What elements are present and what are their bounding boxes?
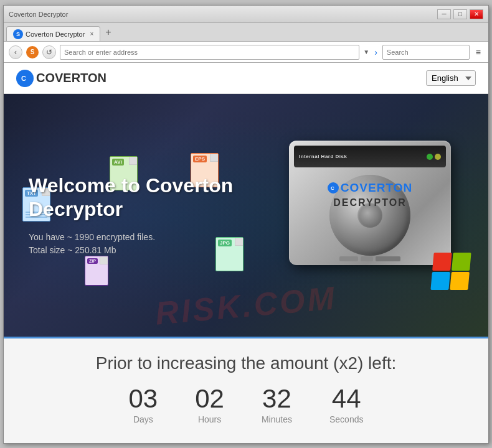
days-label: Days (133, 414, 153, 424)
back-button[interactable]: ‹ (9, 45, 22, 59)
address-bar: ‹ S ↺ ▼ › ≡ (4, 42, 488, 63)
countdown-grid: 03 Days 02 Hours 32 Minutes 44 Seconds (29, 386, 463, 424)
svg-text:C: C (331, 185, 335, 191)
hdd-overlay-text: C COVERTON DECRYPTOR (289, 181, 451, 208)
win-quadrant-red (432, 253, 452, 271)
hero-title: Welcome to CovertonDecryptor (29, 174, 239, 222)
title-bar: Coverton Decryptor ─ □ ✕ (4, 6, 488, 23)
tab-title: Coverton Decryptor (26, 30, 85, 38)
address-dropdown-arrow[interactable]: ▼ (363, 49, 369, 55)
ssl-icon: S (26, 46, 39, 58)
window-controls: ─ □ ✕ (437, 9, 483, 19)
hard-drive: Internal Hard Disk (289, 141, 463, 290)
language-selector[interactable]: English Русский Deutsch Français (426, 70, 476, 86)
countdown-title: Prior to increasing the amount (x2) left… (29, 353, 463, 373)
tab-close-button[interactable]: × (90, 30, 93, 37)
logo-icon: C (16, 70, 34, 87)
menu-button[interactable]: ≡ (473, 46, 483, 58)
hdd-brand-sub: DECRYPTOR (289, 197, 451, 208)
maximize-button[interactable]: □ (453, 9, 467, 19)
hard-drive-illustration: Internal Hard Disk (264, 94, 488, 337)
search-input[interactable] (382, 45, 470, 60)
refresh-button[interactable]: ↺ (42, 45, 56, 59)
hdd-body: Internal Hard Disk (289, 141, 451, 265)
hours-value: 02 (195, 386, 224, 412)
browser-window: Coverton Decryptor ─ □ ✕ S Coverton Decr… (3, 5, 489, 444)
go-button[interactable]: › (373, 47, 379, 57)
seconds-value: 44 (332, 386, 361, 412)
countdown-title-suffix: left: (363, 353, 396, 373)
browser-tab[interactable]: S Coverton Decryptor × (6, 26, 100, 41)
windows-logo (432, 253, 482, 302)
site-header: C COVERTON English Русский Deutsch Franç… (4, 63, 488, 94)
window-title-text: Coverton Decryptor (9, 11, 68, 18)
hdd-brand-name: C COVERTON (289, 181, 451, 195)
tab-favicon: S (13, 29, 23, 39)
windows-flag-grid (430, 253, 471, 290)
encrypted-files-text: You have ~ 1990 encrypted files. (29, 231, 239, 244)
tab-bar: S Coverton Decryptor × + (4, 23, 488, 42)
countdown-title-prefix: Prior to increasing the amount (96, 353, 333, 373)
hero-section: TXT AVI (4, 94, 488, 337)
countdown-title-highlight: (x2) (333, 353, 363, 373)
hours-label: Hours (198, 414, 221, 424)
close-button[interactable]: ✕ (470, 9, 483, 19)
countdown-seconds: 44 Seconds (329, 386, 363, 424)
hdd-brand-icon: C (328, 182, 339, 194)
countdown-days: 03 Days (129, 386, 158, 424)
new-tab-button[interactable]: + (103, 27, 113, 38)
minimize-button[interactable]: ─ (437, 9, 451, 19)
win-quadrant-blue (430, 272, 450, 290)
win-quadrant-yellow (450, 272, 470, 290)
countdown-minutes: 32 Minutes (262, 386, 292, 424)
bottom-section: Prior to increasing the amount (x2) left… (4, 337, 488, 443)
hdd-label-text: Internal Hard Disk (299, 154, 347, 159)
total-size-text: Total size ~ 250.81 Mb (29, 244, 239, 257)
hero-text-content: Welcome to CovertonDecryptor You have ~ … (4, 155, 264, 276)
site-logo: C COVERTON (16, 70, 106, 87)
countdown-hours: 02 Hours (195, 386, 224, 424)
hero-subtitle: You have ~ 1990 encrypted files. Total s… (29, 231, 239, 257)
logo-text: COVERTON (36, 71, 106, 85)
seconds-label: Seconds (329, 414, 363, 424)
address-input[interactable] (60, 45, 359, 60)
win-quadrant-green (452, 253, 471, 271)
website-content: C COVERTON English Русский Deutsch Franç… (4, 63, 488, 443)
days-value: 03 (129, 386, 158, 412)
hdd-ports (339, 256, 400, 261)
minutes-value: 32 (262, 386, 291, 412)
svg-text:C: C (21, 75, 26, 82)
hdd-label-strip: Internal Hard Disk (294, 146, 446, 167)
minutes-label: Minutes (262, 414, 292, 424)
